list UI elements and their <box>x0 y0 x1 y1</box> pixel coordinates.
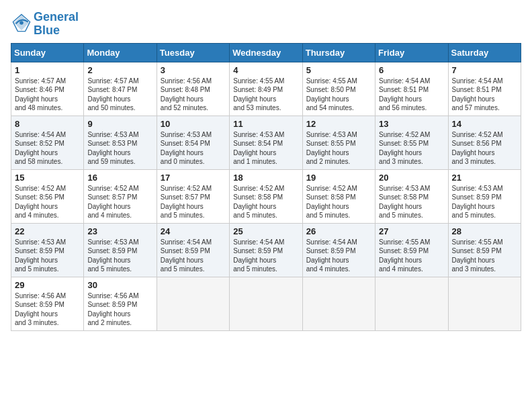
column-header-friday: Friday <box>375 43 448 62</box>
day-info: Sunrise: 4:54 AM Sunset: 8:52 PM Dayligh… <box>15 130 80 167</box>
day-number: 22 <box>15 226 80 236</box>
column-header-sunday: Sunday <box>11 43 84 62</box>
day-number: 4 <box>233 65 298 75</box>
day-info: Sunrise: 4:55 AM Sunset: 8:50 PM Dayligh… <box>306 77 371 113</box>
calendar-week-2: 8 Sunrise: 4:54 AM Sunset: 8:52 PM Dayli… <box>11 116 521 169</box>
calendar-day: 12 Sunrise: 4:53 AM Sunset: 8:55 PM Dayl… <box>302 116 375 169</box>
calendar-table: SundayMondayTuesdayWednesdayThursdayFrid… <box>11 43 521 331</box>
day-number: 1 <box>15 65 80 75</box>
day-info: Sunrise: 4:54 AM Sunset: 8:51 PM Dayligh… <box>452 77 517 113</box>
day-info: Sunrise: 4:54 AM Sunset: 8:59 PM Dayligh… <box>233 238 298 274</box>
calendar-day: 15 Sunrise: 4:52 AM Sunset: 8:56 PM Dayl… <box>11 169 84 223</box>
calendar-day: 9 Sunrise: 4:53 AM Sunset: 8:53 PM Dayli… <box>84 116 157 169</box>
day-info: Sunrise: 4:55 AM Sunset: 8:59 PM Dayligh… <box>379 238 444 274</box>
calendar-day: 21 Sunrise: 4:53 AM Sunset: 8:59 PM Dayl… <box>448 169 521 223</box>
calendar-day: 5 Sunrise: 4:55 AM Sunset: 8:50 PM Dayli… <box>302 62 375 116</box>
calendar-day: 29 Sunrise: 4:56 AM Sunset: 8:59 PM Dayl… <box>11 277 84 330</box>
day-number: 16 <box>87 173 152 183</box>
calendar-day: 11 Sunrise: 4:53 AM Sunset: 8:54 PM Dayl… <box>230 116 302 169</box>
calendar-week-1: 1 Sunrise: 4:57 AM Sunset: 8:46 PM Dayli… <box>11 62 521 116</box>
calendar-day: 6 Sunrise: 4:54 AM Sunset: 8:51 PM Dayli… <box>375 62 448 116</box>
calendar-day: 7 Sunrise: 4:54 AM Sunset: 8:51 PM Dayli… <box>448 62 521 116</box>
calendar-day: 1 Sunrise: 4:57 AM Sunset: 8:46 PM Dayli… <box>11 62 84 116</box>
day-info: Sunrise: 4:53 AM Sunset: 8:54 PM Dayligh… <box>233 130 298 167</box>
column-header-thursday: Thursday <box>302 43 375 62</box>
logo-icon <box>12 13 31 32</box>
calendar-day <box>448 277 521 330</box>
calendar-day <box>302 277 375 330</box>
day-info: Sunrise: 4:52 AM Sunset: 8:58 PM Dayligh… <box>233 184 298 220</box>
day-number: 27 <box>379 226 444 236</box>
column-header-monday: Monday <box>84 43 157 62</box>
calendar-day: 28 Sunrise: 4:55 AM Sunset: 8:59 PM Dayl… <box>448 223 521 277</box>
day-info: Sunrise: 4:53 AM Sunset: 8:55 PM Dayligh… <box>306 130 371 167</box>
day-number: 17 <box>161 173 226 183</box>
day-number: 12 <box>306 119 371 129</box>
calendar-day: 22 Sunrise: 4:53 AM Sunset: 8:59 PM Dayl… <box>11 223 84 277</box>
calendar-day <box>230 277 302 330</box>
day-info: Sunrise: 4:57 AM Sunset: 8:47 PM Dayligh… <box>87 77 152 113</box>
day-number: 26 <box>306 226 371 236</box>
day-number: 2 <box>87 65 152 75</box>
calendar-day: 17 Sunrise: 4:52 AM Sunset: 8:57 PM Dayl… <box>157 169 229 223</box>
day-number: 24 <box>161 226 226 236</box>
day-info: Sunrise: 4:54 AM Sunset: 8:51 PM Dayligh… <box>379 77 444 113</box>
day-info: Sunrise: 4:53 AM Sunset: 8:53 PM Dayligh… <box>87 130 152 167</box>
day-number: 21 <box>452 173 517 183</box>
day-info: Sunrise: 4:56 AM Sunset: 8:59 PM Dayligh… <box>15 291 80 328</box>
day-info: Sunrise: 4:52 AM Sunset: 8:57 PM Dayligh… <box>87 184 152 220</box>
day-number: 30 <box>87 280 152 290</box>
day-info: Sunrise: 4:53 AM Sunset: 8:59 PM Dayligh… <box>87 238 152 274</box>
day-number: 28 <box>452 226 517 236</box>
day-number: 11 <box>233 119 298 129</box>
calendar-day: 18 Sunrise: 4:52 AM Sunset: 8:58 PM Dayl… <box>230 169 302 223</box>
svg-point-2 <box>19 21 24 25</box>
calendar-day: 4 Sunrise: 4:55 AM Sunset: 8:49 PM Dayli… <box>230 62 302 116</box>
calendar-day: 25 Sunrise: 4:54 AM Sunset: 8:59 PM Dayl… <box>230 223 302 277</box>
day-info: Sunrise: 4:55 AM Sunset: 8:59 PM Dayligh… <box>452 238 517 274</box>
day-info: Sunrise: 4:55 AM Sunset: 8:49 PM Dayligh… <box>233 77 298 113</box>
day-info: Sunrise: 4:57 AM Sunset: 8:46 PM Dayligh… <box>15 77 80 113</box>
calendar-day: 19 Sunrise: 4:52 AM Sunset: 8:58 PM Dayl… <box>302 169 375 223</box>
logo: General Blue <box>11 11 79 38</box>
calendar-day: 10 Sunrise: 4:53 AM Sunset: 8:54 PM Dayl… <box>157 116 229 169</box>
calendar-day: 16 Sunrise: 4:52 AM Sunset: 8:57 PM Dayl… <box>84 169 157 223</box>
day-info: Sunrise: 4:52 AM Sunset: 8:58 PM Dayligh… <box>306 184 371 220</box>
day-number: 9 <box>87 119 152 129</box>
day-info: Sunrise: 4:53 AM Sunset: 8:59 PM Dayligh… <box>15 238 80 274</box>
calendar-day: 27 Sunrise: 4:55 AM Sunset: 8:59 PM Dayl… <box>375 223 448 277</box>
day-number: 5 <box>306 65 371 75</box>
calendar-day: 2 Sunrise: 4:57 AM Sunset: 8:47 PM Dayli… <box>84 62 157 116</box>
calendar-week-4: 22 Sunrise: 4:53 AM Sunset: 8:59 PM Dayl… <box>11 223 521 277</box>
day-number: 23 <box>87 226 152 236</box>
logo-text: General Blue <box>34 11 79 38</box>
column-header-wednesday: Wednesday <box>230 43 302 62</box>
day-info: Sunrise: 4:53 AM Sunset: 8:59 PM Dayligh… <box>452 184 517 220</box>
day-info: Sunrise: 4:54 AM Sunset: 8:59 PM Dayligh… <box>306 238 371 274</box>
day-number: 10 <box>161 119 226 129</box>
day-info: Sunrise: 4:54 AM Sunset: 8:59 PM Dayligh… <box>161 238 226 274</box>
day-number: 14 <box>452 119 517 129</box>
calendar-week-3: 15 Sunrise: 4:52 AM Sunset: 8:56 PM Dayl… <box>11 169 521 223</box>
day-info: Sunrise: 4:56 AM Sunset: 8:48 PM Dayligh… <box>161 77 226 113</box>
calendar-day: 8 Sunrise: 4:54 AM Sunset: 8:52 PM Dayli… <box>11 116 84 169</box>
day-info: Sunrise: 4:52 AM Sunset: 8:57 PM Dayligh… <box>161 184 226 220</box>
day-number: 29 <box>15 280 80 290</box>
day-number: 19 <box>306 173 371 183</box>
day-info: Sunrise: 4:56 AM Sunset: 8:59 PM Dayligh… <box>87 291 152 328</box>
calendar-day <box>375 277 448 330</box>
calendar-day: 14 Sunrise: 4:52 AM Sunset: 8:56 PM Dayl… <box>448 116 521 169</box>
day-info: Sunrise: 4:52 AM Sunset: 8:56 PM Dayligh… <box>452 130 517 167</box>
day-number: 25 <box>233 226 298 236</box>
calendar-day <box>157 277 229 330</box>
day-number: 15 <box>15 173 80 183</box>
day-number: 6 <box>379 65 444 75</box>
calendar-day: 30 Sunrise: 4:56 AM Sunset: 8:59 PM Dayl… <box>84 277 157 330</box>
page-header: General Blue <box>11 11 521 38</box>
calendar-header-row: SundayMondayTuesdayWednesdayThursdayFrid… <box>11 43 521 62</box>
calendar-day: 24 Sunrise: 4:54 AM Sunset: 8:59 PM Dayl… <box>157 223 229 277</box>
column-header-tuesday: Tuesday <box>157 43 229 62</box>
day-number: 8 <box>15 119 80 129</box>
day-number: 13 <box>379 119 444 129</box>
calendar-day: 3 Sunrise: 4:56 AM Sunset: 8:48 PM Dayli… <box>157 62 229 116</box>
